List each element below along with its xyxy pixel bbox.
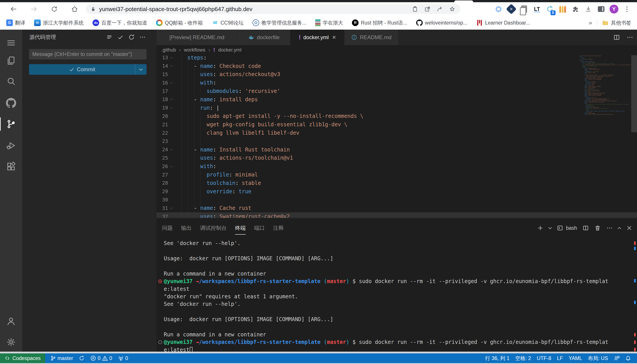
- sync-changes-button[interactable]: [76, 354, 87, 363]
- panel-more-actions-button[interactable]: [606, 225, 613, 231]
- code-line-15[interactable]: 15 uses: actions/checkout@v3: [156, 70, 637, 79]
- forward-button[interactable]: [30, 5, 38, 13]
- feedback-button[interactable]: [611, 354, 622, 363]
- bookmark-github[interactable]: weloveinterns/op...: [416, 20, 467, 26]
- home-button[interactable]: [71, 5, 78, 13]
- split-terminal-button[interactable]: [582, 225, 589, 231]
- activity-github[interactable]: [0, 95, 22, 111]
- scm-list-button[interactable]: [106, 34, 113, 40]
- code-line-27[interactable]: 27 profile: minimal: [156, 170, 637, 179]
- breadcrumb-item[interactable]: .github: [161, 47, 176, 53]
- code-line-17[interactable]: 17 submodules: 'recursive': [156, 87, 637, 95]
- notifications-bell-button[interactable]: [622, 354, 634, 363]
- status-keyboard-layout[interactable]: 布局: US: [585, 354, 611, 363]
- panel-tab-注释[interactable]: 注释: [273, 218, 284, 238]
- back-button[interactable]: [10, 5, 17, 13]
- bookmark-zjumail[interactable]: ✉浙江大学邮件系统: [34, 20, 84, 26]
- status-cursor-position[interactable]: 行 36, 列 1: [482, 354, 512, 363]
- other-bookmarks-button[interactable]: 其他书签: [602, 20, 631, 26]
- tab-readme.md[interactable]: README.md: [345, 30, 398, 45]
- code-line-24[interactable]: 24 - name: Install Rust toolchain: [156, 146, 637, 154]
- ports-indicator[interactable]: 0: [115, 354, 131, 363]
- ring-extension-icon[interactable]: [494, 5, 503, 14]
- kill-terminal-button[interactable]: [594, 225, 601, 231]
- tab--preview-readme.md[interactable]: [Preview] README.md: [156, 30, 237, 45]
- scm-more-button[interactable]: [139, 34, 146, 40]
- panel-tab-端口[interactable]: 端口: [254, 218, 265, 238]
- activity-extensions[interactable]: [0, 159, 22, 175]
- languagetool-extension-icon[interactable]: LT: [532, 5, 541, 14]
- editor-horizontal-scrollbar[interactable]: [156, 212, 637, 218]
- sidebar-extension-icon[interactable]: [597, 5, 605, 14]
- scm-refresh-button[interactable]: [128, 34, 135, 40]
- terminal-profile-dropdown[interactable]: [548, 226, 552, 229]
- tab-docker.yml[interactable]: !docker.yml×: [290, 30, 345, 45]
- code-line-20[interactable]: 20 sudo apt-get install -y --no-install-…: [156, 112, 637, 120]
- editor-more-actions-button[interactable]: [626, 34, 633, 41]
- bookmark-learner[interactable]: Learner Dashboar...: [476, 20, 530, 26]
- status-indentation[interactable]: 空格: 2: [512, 354, 534, 363]
- bookmark-gt[interactable]: G翻译: [6, 20, 25, 26]
- code-line-14[interactable]: 14 - name: Checkout code: [156, 62, 637, 70]
- activity-run-debug[interactable]: [0, 138, 22, 154]
- status-encoding[interactable]: UTF-8: [534, 354, 554, 363]
- scm-check-button[interactable]: [117, 34, 124, 40]
- panel-tab-调试控制台[interactable]: 调试控制台: [200, 218, 227, 238]
- code-line-28[interactable]: 28 toolchain: stable: [156, 179, 637, 187]
- profile-avatar[interactable]: Y: [609, 5, 618, 14]
- code-line-21[interactable]: 21 wget pkg-config build-essential zlib1…: [156, 120, 637, 129]
- reload-button[interactable]: [51, 5, 58, 13]
- code-line-30[interactable]: 30: [156, 196, 637, 204]
- code-line-31[interactable]: 31 - name: Cache rust: [156, 204, 637, 212]
- bookmark-baidu[interactable]: du百度一下，你就知道: [93, 20, 147, 26]
- code-line-25[interactable]: 25 uses: actions-rs/toolchain@v1: [156, 154, 637, 162]
- activity-settings[interactable]: [0, 334, 22, 350]
- problems-indicator[interactable]: 0 0: [87, 354, 115, 363]
- close-tab-icon[interactable]: ×: [332, 34, 336, 41]
- terminal-output[interactable]: See 'docker run --help'.Usage: docker ru…: [156, 240, 630, 354]
- browser-menu-button[interactable]: [622, 5, 631, 14]
- new-terminal-button[interactable]: [537, 225, 544, 231]
- status-eol[interactable]: LF: [554, 354, 566, 363]
- download-extension-icon[interactable]: [584, 5, 593, 14]
- minimap[interactable]: name: Build and publish docker imageon: …: [580, 55, 631, 214]
- activity-account[interactable]: [0, 313, 22, 329]
- commit-button[interactable]: Commit: [29, 64, 147, 75]
- code-line-29[interactable]: 29 override: true: [156, 187, 637, 196]
- activity-explorer[interactable]: [0, 53, 22, 68]
- activity-source-control[interactable]: [0, 116, 22, 132]
- bookmark-zjuseal[interactable]: 教学管理信息服务...: [252, 20, 306, 26]
- maximize-panel-button[interactable]: [618, 227, 621, 230]
- activity-menu[interactable]: [0, 35, 22, 51]
- sync-badge-extension-icon[interactable]: 0: [545, 5, 554, 14]
- bookmark-rust[interactable]: RRust 招聘 - Rust语...: [352, 20, 407, 26]
- terminal-shell-label[interactable]: bash: [566, 225, 577, 231]
- crayons-extension-icon[interactable]: [558, 5, 567, 14]
- breadcrumb-item[interactable]: workflows: [184, 47, 205, 53]
- code-line-22[interactable]: 22 clang llvm libelf1 libelf-dev: [156, 129, 637, 137]
- code-line-16[interactable]: 16 with:: [156, 78, 637, 87]
- commit-dropdown-button[interactable]: [135, 64, 147, 75]
- share-icon[interactable]: [437, 6, 443, 12]
- close-panel-button[interactable]: [626, 225, 632, 231]
- code-line-26[interactable]: 26 with:: [156, 162, 637, 170]
- bookmark-qqmail[interactable]: QQ邮箱 - 收件箱: [156, 20, 203, 26]
- panel-tab-问题[interactable]: 问题: [162, 218, 173, 238]
- bookmarks-overflow-button[interactable]: »: [589, 20, 592, 26]
- code-line-19[interactable]: 19 run: |: [156, 104, 637, 112]
- panel-tab-终端[interactable]: 终端: [235, 218, 246, 238]
- activity-search[interactable]: [0, 74, 22, 89]
- url-bar[interactable]: yunwei37-potential-space-trout-rpr5qwj66…: [86, 4, 460, 14]
- open-new-icon[interactable]: [424, 6, 431, 12]
- bookmark-xuezai[interactable]: 学在浙大: [315, 20, 343, 26]
- puzzle-extension-icon[interactable]: [571, 5, 580, 14]
- split-editor-button[interactable]: [613, 34, 620, 41]
- bookmark-cc98[interactable]: 98CC98论坛: [212, 20, 244, 26]
- status-language-mode[interactable]: YAML: [566, 354, 585, 363]
- code-line-23[interactable]: 23: [156, 137, 637, 146]
- code-line-13[interactable]: 13 steps:: [156, 55, 637, 62]
- pages-extension-icon[interactable]: [520, 5, 529, 14]
- code-editor[interactable]: 13 steps:14 - name: Checkout code15 uses…: [156, 55, 637, 218]
- shield-extension-icon[interactable]: >: [507, 5, 516, 14]
- panel-tab-输出[interactable]: 输出: [181, 218, 192, 238]
